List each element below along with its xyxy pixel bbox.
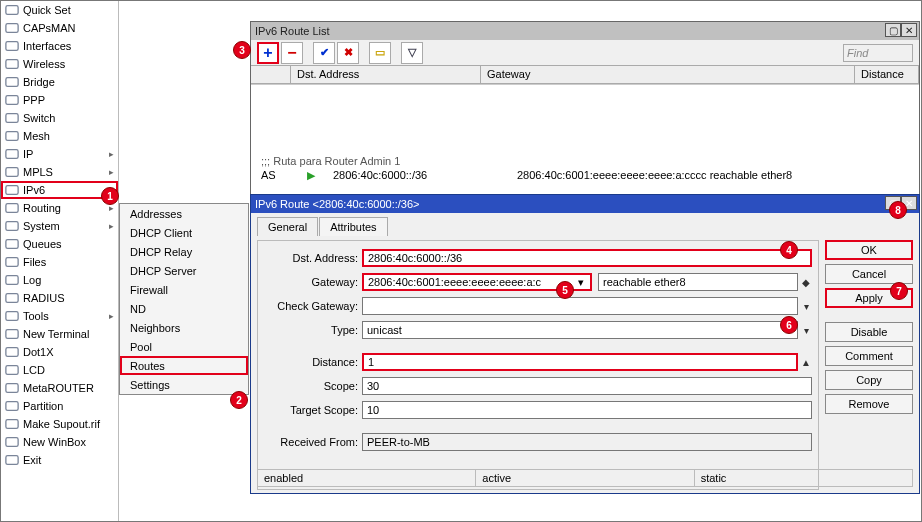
add-button[interactable]: +	[257, 42, 279, 64]
svg-rect-13	[6, 240, 18, 249]
sidebar-item-routing[interactable]: Routing▸	[1, 199, 118, 217]
sidebar-item-interfaces[interactable]: Interfaces	[1, 37, 118, 55]
sidebar-item-ppp[interactable]: PPP	[1, 91, 118, 109]
sidebar-item-quick-set[interactable]: Quick Set	[1, 1, 118, 19]
gateway-dropdown-icon[interactable]: ▾	[574, 276, 588, 289]
sidebar-item-label: Switch	[23, 112, 55, 124]
comment-button[interactable]: Comment	[825, 346, 913, 366]
submenu-item-routes[interactable]: Routes	[120, 356, 248, 375]
sidebar-item-label: Queues	[23, 238, 62, 250]
route-row[interactable]: AS ▶ 2806:40c:6000::/36 2806:40c:6001:ee…	[261, 167, 919, 183]
check-gateway-dropdown-icon[interactable]: ▾	[800, 301, 812, 312]
sidebar-item-label: Log	[23, 274, 41, 286]
sidebar-item-new-winbox[interactable]: New WinBox	[1, 433, 118, 451]
sidebar-item-tools[interactable]: Tools▸	[1, 307, 118, 325]
comment-button[interactable]: ▭	[369, 42, 391, 64]
sidebar-item-label: LCD	[23, 364, 45, 376]
sidebar-item-label: Bridge	[23, 76, 55, 88]
scope-input[interactable]: 30	[362, 377, 812, 395]
col-dst[interactable]: Dst. Address	[291, 66, 481, 83]
sidebar-item-wireless[interactable]: Wireless	[1, 55, 118, 73]
type-input[interactable]: unicast	[362, 321, 798, 339]
target-scope-input[interactable]: 10	[362, 401, 812, 419]
svg-rect-10	[6, 186, 18, 195]
svg-rect-22	[6, 402, 18, 411]
sidebar-item-capsman[interactable]: CAPsMAN	[1, 19, 118, 37]
remove-button[interactable]: −	[281, 42, 303, 64]
sidebar-item-radius[interactable]: RADIUS	[1, 289, 118, 307]
gateway-updown-icon[interactable]: ◆	[800, 277, 812, 288]
disable-button[interactable]: Disable	[825, 322, 913, 342]
callout-5: 5	[556, 281, 574, 299]
sidebar-item-metarouter[interactable]: MetaROUTER	[1, 379, 118, 397]
submenu-item-pool[interactable]: Pool	[120, 337, 248, 356]
check-gateway-input[interactable]	[362, 297, 798, 315]
sidebar-item-make-supout-rif[interactable]: Make Supout.rif	[1, 415, 118, 433]
sidebar-item-bridge[interactable]: Bridge	[1, 73, 118, 91]
tab-general[interactable]: General	[257, 217, 318, 236]
sidebar-item-switch[interactable]: Switch	[1, 109, 118, 127]
submenu-item-firewall[interactable]: Firewall	[120, 280, 248, 299]
submenu-item-dhcp-client[interactable]: DHCP Client	[120, 223, 248, 242]
svg-rect-6	[6, 114, 18, 123]
col-distance[interactable]: Distance	[855, 66, 919, 83]
submenu-item-nd[interactable]: ND	[120, 299, 248, 318]
svg-rect-4	[6, 78, 18, 87]
minimize-button[interactable]: ▢	[885, 23, 901, 37]
submenu-item-dhcp-server[interactable]: DHCP Server	[120, 261, 248, 280]
mpls-icon	[5, 165, 19, 179]
cancel-button[interactable]: Cancel	[825, 264, 913, 284]
label-distance: Distance:	[264, 356, 362, 368]
sidebar-item-label: Mesh	[23, 130, 50, 142]
enable-button[interactable]: ✔	[313, 42, 335, 64]
sidebar-item-ip[interactable]: IP▸	[1, 145, 118, 163]
tab-attributes[interactable]: Attributes	[319, 217, 387, 236]
svg-rect-18	[6, 330, 18, 339]
sidebar-item-dot1x[interactable]: Dot1X	[1, 343, 118, 361]
svg-rect-3	[6, 60, 18, 69]
sidebar-item-system[interactable]: System▸	[1, 217, 118, 235]
col-gateway[interactable]: Gateway	[481, 66, 855, 83]
dst-address-input[interactable]: 2806:40c:6000::/36	[362, 249, 812, 267]
ok-button[interactable]: OK	[825, 240, 913, 260]
submenu-item-settings[interactable]: Settings	[120, 375, 248, 394]
gateway-value: 2806:40c:6001:eeee:eeee:eeee:a:c	[368, 276, 541, 288]
svg-rect-15	[6, 276, 18, 285]
sidebar-item-exit[interactable]: Exit	[1, 451, 118, 469]
sidebar-item-label: IPv6	[23, 184, 45, 196]
distance-up-icon[interactable]: ▲	[800, 357, 812, 368]
type-dropdown-icon[interactable]: ▾	[800, 325, 812, 336]
chevron-right-icon: ▸	[109, 149, 114, 159]
dot1x-icon	[5, 345, 19, 359]
remove-button[interactable]: Remove	[825, 394, 913, 414]
label-gateway: Gateway:	[264, 276, 362, 288]
route-edit-tabs: General Attributes	[257, 217, 919, 236]
sidebar-item-label: Make Supout.rif	[23, 418, 100, 430]
sidebar-item-log[interactable]: Log	[1, 271, 118, 289]
sidebar-item-mesh[interactable]: Mesh	[1, 127, 118, 145]
submenu-item-dhcp-relay[interactable]: DHCP Relay	[120, 242, 248, 261]
sidebar-item-files[interactable]: Files	[1, 253, 118, 271]
wand-icon	[5, 3, 19, 17]
label-received-from: Received From:	[264, 436, 362, 448]
close-button[interactable]: ✕	[901, 23, 917, 37]
distance-input[interactable]: 1	[362, 353, 798, 371]
sidebar-item-lcd[interactable]: LCD	[1, 361, 118, 379]
copy-button[interactable]: Copy	[825, 370, 913, 390]
disable-button[interactable]: ✖	[337, 42, 359, 64]
sidebar-item-new-terminal[interactable]: New Terminal	[1, 325, 118, 343]
route-edit-statusbar: enabled active static	[257, 469, 913, 487]
routing-icon	[5, 201, 19, 215]
lcd-icon	[5, 363, 19, 377]
sidebar-item-mpls[interactable]: MPLS▸	[1, 163, 118, 181]
find-input[interactable]: Find	[843, 44, 913, 62]
submenu-item-neighbors[interactable]: Neighbors	[120, 318, 248, 337]
filter-button[interactable]: ▽	[401, 42, 423, 64]
status-enabled: enabled	[258, 470, 476, 486]
sidebar-item-queues[interactable]: Queues	[1, 235, 118, 253]
submenu-item-addresses[interactable]: Addresses	[120, 204, 248, 223]
sidebar-item-label: PPP	[23, 94, 45, 106]
sidebar: Quick SetCAPsMANInterfacesWirelessBridge…	[1, 1, 119, 521]
iface-icon	[5, 39, 19, 53]
sidebar-item-partition[interactable]: Partition	[1, 397, 118, 415]
